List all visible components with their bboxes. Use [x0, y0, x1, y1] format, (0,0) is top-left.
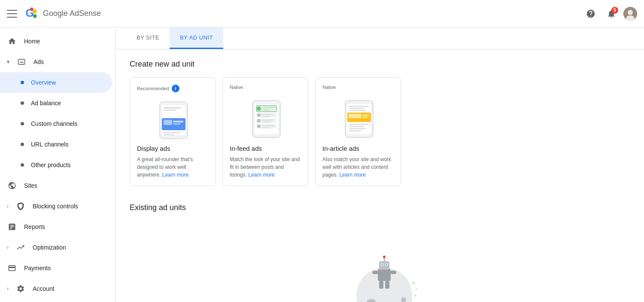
svg-rect-48: [349, 124, 369, 125]
blocking-collapse-icon: ›: [7, 203, 9, 209]
sidebar-item-account[interactable]: › Account: [0, 278, 112, 299]
menu-button[interactable]: [7, 9, 17, 19]
sidebar-item-reports[interactable]: Reports: [0, 217, 112, 237]
payments-icon: [7, 263, 17, 273]
sidebar-item-optimization[interactable]: › Optimization: [0, 237, 112, 258]
svg-rect-71: [372, 271, 378, 274]
tab-by-ad-unit[interactable]: BY AD UNIT: [170, 27, 223, 49]
svg-point-58: [412, 281, 415, 284]
svg-point-4: [30, 7, 33, 10]
sidebar-account-label: Account: [33, 285, 105, 292]
logo-icon: G: [24, 6, 39, 21]
svg-rect-43: [349, 110, 366, 111]
reports-icon: [7, 222, 17, 232]
sidebar-optimization-label: Optimization: [33, 244, 105, 251]
svg-point-6: [628, 10, 633, 15]
svg-point-27: [257, 113, 261, 117]
sidebar-item-ad-balance[interactable]: Ad balance: [0, 93, 112, 113]
svg-rect-17: [164, 132, 181, 133]
topnav: G Google AdSense 5: [0, 0, 644, 27]
logo: G Google AdSense: [24, 6, 101, 21]
svg-rect-61: [378, 269, 391, 281]
sidebar-home-label: Home: [24, 38, 105, 45]
home-icon: [7, 36, 17, 46]
in-feed-ads-illustration: [230, 98, 301, 140]
empty-state: Create an ad unit, see it here: [130, 223, 630, 302]
help-button[interactable]: [582, 5, 599, 22]
url-channels-dot: [21, 143, 24, 146]
in-feed-ads-title: In-feed ads: [230, 145, 301, 152]
svg-rect-46: [362, 115, 369, 116]
svg-rect-69: [379, 281, 383, 289]
svg-point-31: [257, 119, 261, 122]
ad-balance-dot: [21, 101, 24, 105]
ads-collapse-icon: ▾: [7, 59, 9, 65]
in-article-ads-learn-more[interactable]: Learn more: [339, 172, 365, 178]
in-feed-ads-card[interactable]: Native: [222, 77, 308, 186]
svg-rect-12: [164, 110, 176, 111]
svg-rect-49: [349, 126, 364, 127]
svg-point-60: [414, 295, 416, 297]
tab-by-site[interactable]: BY SITE: [126, 27, 170, 49]
sidebar-item-feedback[interactable]: Feedback: [0, 299, 112, 302]
display-ads-learn-more[interactable]: Learn more: [162, 172, 188, 178]
sidebar-item-blocking-controls[interactable]: › Blocking controls: [0, 196, 112, 217]
sidebar-item-home[interactable]: Home: [0, 31, 112, 52]
svg-point-68: [383, 256, 386, 258]
sidebar-item-sites[interactable]: Sites: [0, 175, 112, 196]
in-article-ads-illustration: [322, 98, 394, 140]
display-ads-title: Display ads: [137, 145, 208, 152]
svg-rect-37: [262, 127, 270, 128]
svg-point-3: [33, 14, 37, 18]
empty-illustration: [341, 240, 419, 302]
sidebar: Home ▾ Ads Overview Ad balance Custom ch…: [0, 27, 116, 302]
sidebar-ad-balance-label: Ad balance: [31, 100, 105, 107]
svg-rect-72: [390, 271, 396, 274]
notification-button[interactable]: 5: [603, 5, 620, 22]
in-feed-ads-desc: Match the look of your site and fit in b…: [230, 156, 301, 179]
svg-rect-15: [173, 121, 183, 122]
sidebar-overview-label: Overview: [31, 79, 105, 86]
ad-unit-cards: Recommended i: [130, 77, 630, 186]
in-article-ads-title: In-article ads: [322, 145, 394, 152]
svg-rect-16: [173, 123, 181, 125]
svg-rect-70: [385, 281, 389, 289]
sites-icon: [7, 180, 17, 191]
svg-rect-24: [262, 107, 274, 108]
svg-point-66: [386, 264, 387, 265]
svg-rect-36: [262, 125, 274, 126]
main-content: BY SITE BY AD UNIT Create new ad unit Re…: [116, 27, 644, 302]
in-feed-ads-learn-more[interactable]: Learn more: [248, 172, 274, 178]
sidebar-payments-label: Payments: [24, 265, 105, 271]
sidebar-item-ads[interactable]: ▾ Ads: [0, 52, 112, 72]
sidebar-custom-channels-label: Custom channels: [31, 120, 105, 127]
in-article-ads-badge: Native: [322, 85, 394, 90]
sidebar-item-url-channels[interactable]: URL channels: [0, 134, 112, 155]
custom-channels-dot: [21, 122, 24, 125]
svg-rect-18: [164, 134, 174, 135]
logo-text: Google AdSense: [43, 9, 101, 18]
sidebar-item-custom-channels[interactable]: Custom channels: [0, 113, 112, 134]
svg-rect-29: [262, 116, 270, 117]
in-article-ads-card[interactable]: Native: [315, 77, 401, 186]
sidebar-reports-label: Reports: [24, 223, 105, 230]
in-article-ads-desc: Also match your site and work well with …: [322, 156, 394, 179]
sidebar-item-other-products[interactable]: Other products: [0, 155, 112, 175]
svg-point-35: [257, 125, 261, 128]
account-icon: [15, 284, 26, 294]
sidebar-sites-label: Sites: [24, 182, 105, 189]
sidebar-item-overview[interactable]: Overview: [0, 72, 112, 93]
svg-rect-33: [262, 122, 270, 123]
display-ads-card[interactable]: Recommended i: [130, 77, 216, 186]
sidebar-item-payments[interactable]: Payments: [0, 258, 112, 278]
svg-rect-42: [349, 108, 364, 109]
display-ads-badge: Recommended i: [137, 85, 208, 92]
account-collapse-icon: ›: [7, 286, 9, 292]
ads-icon: [16, 57, 27, 67]
svg-rect-32: [262, 119, 274, 121]
svg-rect-14: [164, 120, 172, 125]
user-avatar[interactable]: [623, 7, 637, 21]
create-section-title: Create new ad unit: [130, 60, 630, 69]
svg-rect-11: [164, 107, 181, 109]
svg-rect-41: [349, 106, 369, 107]
